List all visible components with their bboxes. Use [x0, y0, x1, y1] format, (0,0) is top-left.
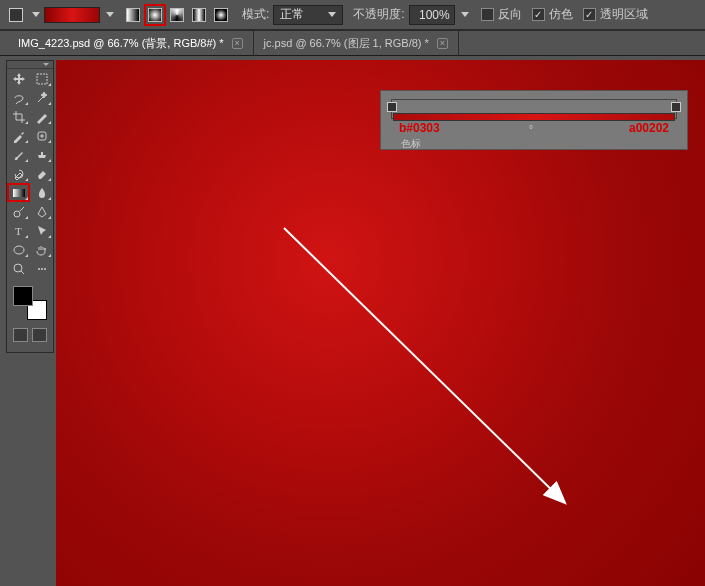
svg-point-9: [44, 268, 46, 270]
opacity-stop-handle[interactable]: [387, 102, 397, 112]
opacity-label: 不透明度:: [353, 6, 404, 23]
magic-wand-tool[interactable]: [30, 88, 53, 107]
zoom-tool[interactable]: [7, 259, 30, 278]
opacity-value: 100%: [419, 8, 450, 22]
tool-preset-picker[interactable]: [6, 5, 26, 25]
reverse-label: 反向: [498, 6, 522, 23]
brush-tool[interactable]: [7, 145, 30, 164]
svg-point-6: [14, 264, 22, 272]
gradient-preview-band[interactable]: [393, 113, 675, 121]
eyedropper-tool[interactable]: [7, 126, 30, 145]
gradient-picker[interactable]: [44, 7, 100, 23]
chevron-down-icon[interactable]: [461, 12, 469, 17]
transparency-checkbox[interactable]: [583, 8, 596, 21]
gradient-radial-button[interactable]: [144, 4, 166, 26]
close-icon[interactable]: ×: [437, 38, 448, 49]
tab-label: jc.psd @ 66.7% (图层 1, RGB/8) *: [264, 36, 429, 51]
document-tab[interactable]: jc.psd @ 66.7% (图层 1, RGB/8) * ×: [254, 30, 459, 56]
blur-tool[interactable]: [30, 183, 53, 202]
crop-tool[interactable]: [7, 107, 30, 126]
rectangular-marquee-tool[interactable]: [30, 69, 53, 88]
pen-tool[interactable]: [30, 202, 53, 221]
midpoint-marker[interactable]: °: [529, 124, 533, 135]
history-brush-tool[interactable]: [7, 164, 30, 183]
toolbox-panel: T: [6, 60, 54, 353]
clone-stamp-tool[interactable]: [30, 145, 53, 164]
opacity-stop-handle[interactable]: [671, 102, 681, 112]
quick-mask-toggle[interactable]: [13, 328, 28, 342]
foreground-color-swatch[interactable]: [13, 286, 33, 306]
color-stop-left-value[interactable]: b#0303: [399, 121, 440, 135]
close-icon[interactable]: ×: [232, 38, 243, 49]
reverse-checkbox[interactable]: [481, 8, 494, 21]
screen-mode-toggle[interactable]: [32, 328, 47, 342]
svg-rect-0: [37, 74, 47, 84]
chevron-down-icon[interactable]: [106, 12, 114, 17]
extra-tool[interactable]: [30, 259, 53, 278]
opacity-input[interactable]: 100%: [409, 5, 455, 25]
color-swatches[interactable]: [7, 282, 53, 324]
color-stop-right-value[interactable]: a00202: [629, 121, 669, 135]
svg-text:T: T: [15, 225, 22, 237]
gradient-type-group: [122, 4, 232, 26]
chevron-down-icon: [328, 12, 336, 17]
move-tool[interactable]: [7, 69, 30, 88]
gradient-angular-button[interactable]: [166, 4, 188, 26]
gradient-diamond-button[interactable]: [210, 4, 232, 26]
hand-tool[interactable]: [30, 240, 53, 259]
stops-label: 色标: [401, 137, 421, 151]
svg-point-3: [14, 211, 20, 217]
document-tabs: IMG_4223.psd @ 66.7% (背景, RGB/8#) * × jc…: [0, 30, 705, 56]
slice-tool[interactable]: [30, 107, 53, 126]
type-tool[interactable]: T: [7, 221, 30, 240]
shape-tool[interactable]: [7, 240, 30, 259]
gradient-stops-panel[interactable]: b#0303 ° a00202 色标: [380, 90, 688, 150]
tab-label: IMG_4223.psd @ 66.7% (背景, RGB/8#) *: [18, 36, 224, 51]
gradient-tool[interactable]: [7, 183, 30, 202]
svg-point-8: [41, 268, 43, 270]
lasso-tool[interactable]: [7, 88, 30, 107]
blend-mode-select[interactable]: 正常: [273, 5, 343, 25]
gradient-reflected-button[interactable]: [188, 4, 210, 26]
path-selection-tool[interactable]: [30, 221, 53, 240]
document-tab[interactable]: IMG_4223.psd @ 66.7% (背景, RGB/8#) * ×: [8, 30, 254, 56]
svg-point-7: [38, 268, 40, 270]
gradient-linear-button[interactable]: [122, 4, 144, 26]
toolbox-header[interactable]: [7, 61, 53, 69]
blend-mode-value: 正常: [280, 6, 304, 23]
options-bar: 模式: 正常 不透明度: 100% 反向 仿色 透明区域: [0, 0, 705, 30]
chevron-down-icon[interactable]: [32, 12, 40, 17]
dither-checkbox[interactable]: [532, 8, 545, 21]
eraser-tool[interactable]: [30, 164, 53, 183]
healing-brush-tool[interactable]: [30, 126, 53, 145]
svg-point-5: [14, 246, 24, 254]
transparency-label: 透明区域: [600, 6, 648, 23]
dodge-tool[interactable]: [7, 202, 30, 221]
mode-label: 模式:: [242, 6, 269, 23]
svg-rect-2: [13, 189, 25, 197]
dither-label: 仿色: [549, 6, 573, 23]
